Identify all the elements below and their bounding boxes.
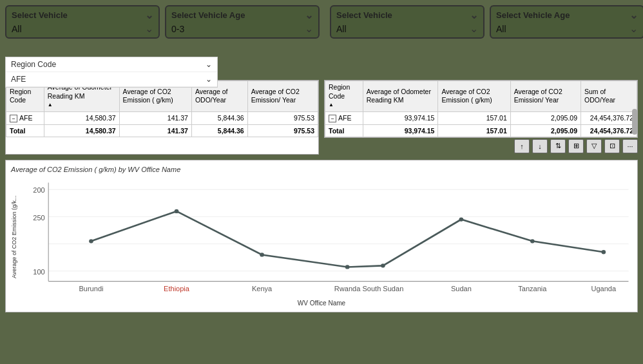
filter-label-left-age: Select Vehicle Age ⌄	[171, 9, 313, 21]
dot-rwanda	[345, 265, 350, 269]
left-cell-odo-year: 5,844.36	[191, 111, 247, 124]
dropdown-arrow-right-vehicle[interactable]: ⌄	[470, 23, 478, 35]
filter-title-left-vehicle: Select Vehicle	[12, 10, 68, 20]
chevron-right-vehicle[interactable]: ⌄	[470, 9, 478, 21]
filter-box-left-vehicle[interactable]: Select Vehicle ⌄ All ⌄	[5, 5, 160, 39]
x-label-ethiopia: Ethiopia	[164, 285, 189, 293]
dot-burundi	[89, 239, 93, 243]
dropdown-arrow-left-age[interactable]: ⌄	[305, 23, 313, 35]
filter-value-right-vehicle: All ⌄	[336, 23, 478, 35]
toolbar-export[interactable]: ⊡	[604, 139, 620, 153]
sort-arrow-odo[interactable]: ▲	[48, 102, 53, 108]
left-total-odo-year: 5,844.36	[191, 124, 247, 137]
filter-selected-left-age: 0-3	[171, 24, 184, 34]
region-dropdown[interactable]: Region Code ⌄ AFE ⌄	[5, 57, 218, 88]
chart-container: Average of CO2 Emission (g/k... 200 250 …	[11, 176, 632, 298]
svg-text:200: 200	[33, 187, 44, 195]
toolbar-sort-desc[interactable]: ↓	[532, 139, 548, 153]
left-col-co2-year: Average of CO2 Emission/ Year	[247, 81, 318, 112]
left-panel: Region Code Average of Odometer Reading …	[5, 80, 319, 155]
scroll-indicator[interactable]	[632, 109, 637, 135]
right-cell-odo-year: 24,454,376.72	[581, 111, 637, 124]
right-col-region: Region Code▲	[325, 81, 363, 112]
expand-icon-left[interactable]: −	[10, 115, 17, 122]
toolbar-sort-both[interactable]: ⇅	[550, 139, 566, 153]
filter-value-left-vehicle: All ⌄	[12, 23, 153, 35]
dropdown-arrow-right-age[interactable]: ⌄	[629, 23, 638, 35]
right-col-co2: Average of CO2 Emission ( g/km)	[438, 81, 510, 112]
region-value-chevron[interactable]: ⌄	[206, 75, 212, 84]
x-label-tanzania: Tanzania	[518, 285, 546, 293]
toolbar-filter[interactable]: ▽	[586, 139, 602, 153]
svg-text:100: 100	[33, 268, 44, 276]
right-cell-odo: 93,974.15	[363, 111, 438, 124]
left-total-label: Total	[6, 124, 44, 137]
line-chart-line	[91, 211, 603, 267]
left-cell-co2: 141.37	[119, 111, 191, 124]
toolbar-expand[interactable]: ⊞	[568, 139, 584, 153]
chevron-left-age[interactable]: ⌄	[305, 9, 313, 21]
dot-kenya	[260, 253, 264, 256]
left-cell-odo: 14,580.37	[44, 111, 119, 124]
expand-icon-right[interactable]: −	[329, 115, 336, 122]
left-total-odo: 14,580.37	[44, 124, 119, 137]
toolbar-sort-asc[interactable]: ↑	[514, 139, 530, 153]
right-total-odo: 93,974.15	[363, 124, 438, 137]
filter-selected-right-age: All	[496, 24, 506, 34]
main-content: Region Code Average of Odometer Reading …	[0, 77, 643, 157]
filter-title-right-age: Select Vehicle Age	[496, 10, 570, 20]
right-total-co2: 157.01	[438, 124, 510, 137]
right-panel: Region Code▲ Average of Odometer Reading…	[324, 80, 638, 155]
toolbar-more[interactable]: ···	[622, 139, 638, 153]
dropdown-arrow-left-vehicle[interactable]: ⌄	[145, 23, 153, 35]
line-chart-svg: 200 250 100	[20, 176, 632, 298]
chevron-left-vehicle[interactable]: ⌄	[145, 9, 153, 21]
dot-sudan	[459, 217, 464, 221]
right-data-table: Region Code▲ Average of Odometer Reading…	[325, 81, 637, 137]
x-axis-label: WV Office Name	[11, 300, 632, 307]
right-cell-co2-year: 2,095.09	[510, 111, 581, 124]
filter-label-right-age: Select Vehicle Age ⌄	[496, 9, 638, 21]
filter-title-right-vehicle: Select Vehicle	[336, 10, 392, 20]
right-table-row: −AFE 93,974.15 157.01 2,095.09 24,454,37…	[325, 111, 637, 124]
filter-box-right-age[interactable]: Select Vehicle Age ⌄ All ⌄	[490, 5, 643, 39]
filter-box-left-age[interactable]: Select Vehicle Age ⌄ 0-3 ⌄	[165, 5, 320, 39]
right-table-container: Region Code▲ Average of Odometer Reading…	[324, 80, 638, 138]
x-label-burundi: Burundi	[79, 285, 103, 293]
region-header-label: Region Code	[11, 60, 56, 69]
left-cell-region: −AFE	[6, 111, 44, 124]
left-total-co2: 141.37	[119, 124, 191, 137]
dot-uganda	[602, 250, 606, 254]
right-cell-co2: 157.01	[438, 111, 510, 124]
right-total-label: Total	[325, 124, 363, 137]
x-label-sudan: Sudan	[451, 285, 472, 293]
filter-label-right-vehicle: Select Vehicle ⌄	[336, 9, 478, 21]
dot-tanzania	[530, 239, 535, 243]
sort-arrow-region[interactable]: ▲	[329, 102, 334, 108]
filter-label-left-vehicle: Select Vehicle ⌄	[12, 9, 153, 21]
chart-area: Average of CO2 Emission ( g/km) by WV Of…	[5, 160, 638, 312]
table-toolbar: ↑ ↓ ⇅ ⊞ ▽ ⊡ ···	[324, 138, 638, 155]
region-dropdown-value[interactable]: AFE ⌄	[6, 72, 217, 87]
left-table-total-row: Total 14,580.37 141.37 5,844.36 975.53	[6, 124, 318, 137]
chart-inner: 200 250 100	[20, 176, 632, 298]
region-header-chevron[interactable]: ⌄	[206, 60, 212, 69]
chart-title: Average of CO2 Emission ( g/km) by WV Of…	[11, 166, 632, 173]
right-col-co2-year: Average of CO2 Emission/ Year	[510, 81, 581, 112]
right-cell-region: −AFE	[325, 111, 363, 124]
left-table-row: −AFE 14,580.37 141.37 5,844.36 975.53	[6, 111, 318, 124]
right-col-odo-year: Sum of ODO/Year	[581, 81, 637, 112]
filter-selected-right-vehicle: All	[336, 24, 347, 34]
left-total-co2-year: 975.53	[247, 124, 318, 137]
chevron-right-age[interactable]: ⌄	[629, 9, 638, 21]
dot-south-sudan	[381, 263, 385, 267]
svg-text:250: 250	[33, 214, 44, 222]
x-label-kenya: Kenya	[252, 285, 272, 293]
filter-title-left-age: Select Vehicle Age	[171, 10, 245, 20]
right-table-total-row: Total 93,974.15 157.01 2,095.09 24,454,3…	[325, 124, 637, 137]
top-filter-row: Select Vehicle ⌄ All ⌄ Select Vehicle Ag…	[0, 0, 643, 39]
x-label-south-sudan: South Sudan	[362, 285, 403, 293]
dot-ethiopia	[175, 209, 179, 213]
x-label-uganda: Uganda	[591, 285, 616, 293]
filter-box-right-vehicle[interactable]: Select Vehicle ⌄ All ⌄	[330, 5, 485, 39]
